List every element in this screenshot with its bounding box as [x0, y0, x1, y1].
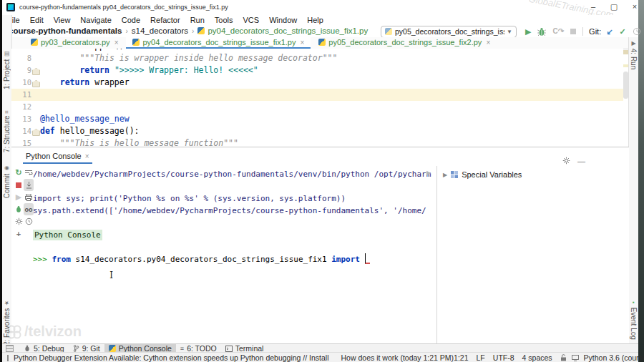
bug-icon	[24, 345, 31, 352]
code-line[interactable]	[40, 101, 623, 113]
history-clock-icon[interactable]	[24, 215, 34, 228]
code-line[interactable]: @hello_message_new	[40, 113, 623, 125]
special-variables-label: Special Variables	[462, 170, 522, 179]
print-icon[interactable]	[24, 191, 34, 203]
unlock-icon[interactable]	[560, 354, 567, 361]
console-tab[interactable]: Python Console ×	[23, 150, 92, 164]
console-line[interactable]: /home/webdev/PycharmProjects/course-pyth…	[33, 168, 431, 180]
code-line[interactable]: return wrapper	[40, 77, 623, 89]
gear-icon[interactable]	[562, 157, 570, 165]
special-variables-node[interactable]: ▶ Special Variables	[443, 170, 522, 179]
stop-button[interactable]	[570, 26, 576, 36]
code-line[interactable]: def hello_message():	[40, 125, 623, 137]
toolwindow-switcher-icon[interactable]	[6, 345, 14, 353]
run-with-coverage-button[interactable]: C↷	[552, 26, 564, 36]
toolwindow-button-event-log[interactable]: ▪ Event Log	[630, 299, 638, 340]
toolwindow-button-4-run[interactable]: ▶ 4: Run	[630, 40, 638, 69]
breadcrumb-separator: ›	[192, 27, 194, 35]
todo-icon: ≡	[180, 345, 184, 352]
git-commit-icon[interactable]: ✓	[619, 26, 625, 36]
execute-icon[interactable]: ▶	[14, 191, 24, 203]
code-line[interactable]: """This is hello message function"""	[40, 137, 623, 147]
breadcrumb-item[interactable]: py04_decorators_doc_strings_issue_fix1.p…	[208, 26, 368, 35]
close-icon[interactable]: ×	[114, 39, 119, 47]
fold-marker-icon[interactable]	[32, 80, 40, 87]
show-variables-icon[interactable]: oo	[24, 203, 34, 215]
menu-code[interactable]: Code	[117, 16, 145, 24]
menu-edit[interactable]: Edit	[25, 16, 49, 24]
code-line[interactable]: return ">>>>> Wrapper: Hello! <<<<<"	[40, 64, 623, 77]
toolwindow-button-1-project[interactable]: 1: Project ▤	[3, 51, 11, 89]
status-bar: Python Debugger Extension Available: Cyt…	[2, 352, 638, 362]
git-update-icon[interactable]: ↙	[606, 26, 613, 36]
menu-refactor[interactable]: Refactor	[145, 16, 185, 24]
python-file-icon	[132, 39, 140, 46]
console-line[interactable]: Python Console	[33, 229, 102, 241]
rerun-icon[interactable]: ↻	[14, 167, 24, 179]
python-file-icon	[197, 27, 205, 34]
toolwindow-button-commit[interactable]: Commit ◉	[3, 165, 11, 198]
branch-icon	[73, 345, 79, 352]
menu-tools[interactable]: Tools	[210, 16, 238, 24]
menu-navigate[interactable]: Navigate	[75, 16, 116, 24]
menu-help[interactable]: Help	[302, 16, 328, 24]
tab-py05-decorators-doc-strings-issue-fix2-py[interactable]: py05_decorators_doc_strings_issue_fix2.p…	[312, 37, 497, 49]
attach-debugger-icon[interactable]	[14, 203, 24, 215]
caret-position[interactable]: 1:21	[454, 353, 468, 362]
tab-py03-decorators-py[interactable]: py03_decorators.py ×	[24, 37, 125, 49]
scrollbar-change-mark	[623, 64, 628, 67]
console-line[interactable]: import sys; print('Python %s on %s' % (s…	[33, 192, 346, 205]
left-toolwindow-stripe: 1: Project ▤7: Structure ≡Commit ◉2: Fav…	[2, 15, 12, 343]
hide-toolwindow-icon[interactable]: —	[577, 157, 585, 165]
status-event-link[interactable]: How does it work (today 1:21 PM)	[341, 353, 454, 362]
scroll-to-end-icon[interactable]	[24, 179, 34, 191]
chevron-right-icon: ▶	[443, 172, 447, 178]
new-console-icon[interactable]: +	[14, 228, 24, 240]
history-clock-icon[interactable]	[633, 27, 641, 36]
menu-run[interactable]: Run	[185, 16, 210, 24]
indent-setting[interactable]: 4 spaces	[522, 353, 552, 362]
file-encoding[interactable]: UTF-8	[493, 353, 514, 362]
pycharm-logo-icon	[6, 3, 15, 11]
menu-view[interactable]: View	[49, 16, 76, 24]
maximize-button[interactable]: ▢	[608, 1, 620, 12]
close-icon[interactable]: ×	[486, 39, 490, 47]
settings-gear-icon[interactable]	[14, 215, 24, 228]
fold-marker-icon[interactable]	[32, 68, 40, 75]
code-line[interactable]	[11, 89, 623, 101]
scrollbar-thumb[interactable]	[623, 72, 628, 99]
line-ending[interactable]: LF	[477, 353, 485, 362]
console-line[interactable]: >>> from s14_decorators.py04_decorators_…	[33, 253, 370, 265]
breadcrumb-item[interactable]: s14_decorators	[132, 26, 188, 35]
console-line[interactable]: sys.path.extend(['/home/webdev/PycharmPr…	[33, 205, 426, 217]
watermark-bottom: /telvizon	[6, 323, 82, 340]
editor-scrollbar[interactable]	[623, 49, 629, 147]
minimize-button[interactable]: –	[587, 1, 599, 12]
close-button[interactable]: ×	[629, 1, 640, 12]
run-button[interactable]: ▶	[525, 26, 531, 36]
menu-bar: FileEditViewNavigateCodeRefactorRunTools…	[2, 15, 638, 25]
tab-py04-decorators-doc-strings-issue-fix1-py[interactable]: py04_decorators_doc_strings_issue_fix1.p…	[126, 37, 311, 49]
console-output[interactable]: /home/webdev/PycharmProjects/course-pyth…	[33, 168, 435, 343]
stop-icon[interactable]	[14, 179, 24, 191]
fold-marker-icon[interactable]	[32, 129, 40, 136]
breadcrumb-item[interactable]: course-python-fundamentals	[9, 26, 122, 35]
menu-vcs[interactable]: VCS	[238, 16, 265, 24]
toolwindow-button-7-structure[interactable]: 7: Structure ≡	[3, 110, 11, 152]
favorites-icon: ★	[4, 300, 10, 306]
run-configuration-select[interactable]: py05_decorators_doc_strings_issue_fix2 ▼	[381, 26, 517, 38]
screen-reader-icon[interactable]	[572, 355, 579, 361]
interpreter-widget[interactable]: Python 3.6 (course-python-fundamentals)	[584, 353, 644, 362]
close-icon[interactable]: ×	[85, 152, 89, 160]
debug-button[interactable]	[537, 27, 546, 36]
soft-wrap-icon[interactable]	[24, 167, 34, 179]
code-editor[interactable]: def wrapper():7 """This is wrapper insid…	[11, 49, 623, 147]
python-file-icon	[31, 39, 38, 46]
menu-window[interactable]: Window	[264, 16, 302, 24]
toolbar-separator	[582, 27, 583, 36]
python-file-icon	[385, 28, 392, 35]
code-line[interactable]: """This is wrapper inside hello message …	[40, 52, 623, 64]
notification-icon[interactable]	[7, 355, 9, 361]
close-icon[interactable]: ×	[301, 39, 305, 47]
project-icon: ▤	[4, 51, 10, 57]
